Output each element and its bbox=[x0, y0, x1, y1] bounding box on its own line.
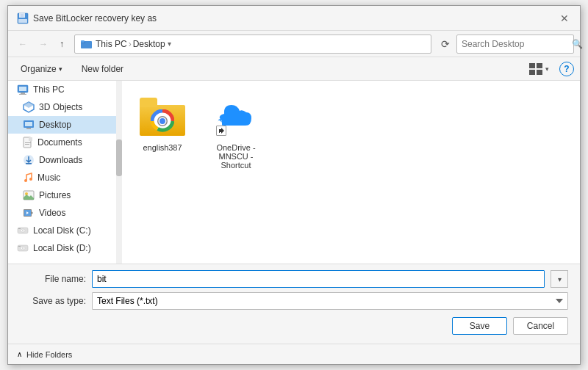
pictures-icon bbox=[23, 190, 35, 200]
breadcrumb-desktop[interactable]: Desktop bbox=[133, 39, 165, 49]
main-content: This PC 3D Objects bbox=[8, 81, 580, 264]
back-button[interactable]: ← bbox=[14, 36, 32, 52]
toolbar: Organize ▾ New folder ▾ ? bbox=[8, 57, 580, 81]
sidebar-label-3d-objects: 3D Objects bbox=[39, 102, 82, 112]
filename-label: File name: bbox=[20, 274, 86, 284]
desktop-icon bbox=[23, 120, 35, 130]
svg-rect-6 bbox=[81, 40, 85, 43]
file-icon-container bbox=[139, 93, 186, 140]
sidebar-item-3d-objects[interactable]: 3D Objects bbox=[8, 98, 122, 116]
svg-marker-31 bbox=[31, 211, 33, 215]
savetype-label: Save as type: bbox=[20, 296, 86, 306]
close-button[interactable]: ✕ bbox=[558, 12, 571, 25]
file-area: english387 bbox=[122, 81, 580, 264]
breadcrumb[interactable]: This PC › Desktop ▾ bbox=[74, 35, 431, 54]
title-bar-left: Save BitLocker recovery key as bbox=[17, 12, 157, 24]
svg-rect-21 bbox=[29, 137, 32, 141]
sidebar-item-desktop[interactable]: Desktop bbox=[8, 116, 122, 134]
search-bar: 🔍 bbox=[456, 35, 574, 54]
sidebar-item-local-c[interactable]: Local Disk (C:) bbox=[8, 222, 122, 239]
sidebar-item-videos[interactable]: Videos bbox=[8, 204, 122, 222]
search-icon: 🔍 bbox=[572, 39, 583, 49]
3d-icon bbox=[23, 101, 35, 113]
sidebar-item-pictures[interactable]: Pictures bbox=[8, 186, 122, 204]
sidebar-label-videos: Videos bbox=[39, 208, 65, 218]
chevron-icon: ∧ bbox=[17, 350, 22, 358]
shortcut-arrow-icon bbox=[218, 127, 225, 134]
svg-rect-12 bbox=[19, 87, 26, 91]
music-icon bbox=[23, 172, 33, 184]
onedrive-icon bbox=[213, 98, 259, 136]
documents-icon bbox=[23, 137, 33, 148]
downloads-icon bbox=[23, 154, 35, 166]
search-input[interactable] bbox=[462, 39, 572, 49]
svg-rect-25 bbox=[26, 163, 32, 164]
savetype-row: Save as type: Text Files (*.txt) bbox=[20, 292, 568, 310]
sidebar-item-documents[interactable]: Documents bbox=[8, 134, 122, 151]
filename-input[interactable] bbox=[92, 270, 545, 288]
disk-d-icon bbox=[17, 243, 29, 253]
sidebar-label-downloads: Downloads bbox=[39, 155, 82, 165]
new-folder-button[interactable]: New folder bbox=[75, 61, 130, 77]
svg-rect-10 bbox=[537, 70, 542, 75]
file-label: english387 bbox=[143, 143, 182, 152]
svg-marker-16 bbox=[24, 102, 34, 108]
svg-point-40 bbox=[22, 247, 24, 249]
list-item[interactable]: OneDrive - MNSCU - Shortcut bbox=[203, 88, 269, 175]
save-button[interactable]: Save bbox=[452, 317, 507, 335]
sidebar-item-local-d[interactable]: Local Disk (D:) bbox=[8, 239, 122, 257]
breadcrumb-folder-icon bbox=[81, 39, 93, 49]
sidebar-label-local-d: Local Disk (D:) bbox=[33, 243, 91, 253]
filename-dropdown[interactable]: ▾ bbox=[551, 270, 568, 288]
sidebar-label-pictures: Pictures bbox=[39, 190, 71, 200]
svg-point-27 bbox=[29, 178, 32, 181]
filename-row: File name: ▾ bbox=[20, 270, 568, 288]
nav-bar: ← → ↑ This PC › Desktop ▾ ⟳ 🔍 bbox=[8, 31, 580, 57]
pc-icon bbox=[17, 84, 29, 95]
hide-folders-label: Hide Folders bbox=[26, 350, 72, 359]
title-bar: Save BitLocker recovery key as ✕ bbox=[8, 6, 580, 31]
svg-rect-2 bbox=[21, 14, 24, 17]
breadcrumb-dropdown[interactable]: ▾ bbox=[165, 38, 173, 49]
sidebar-label-this-pc: This PC bbox=[33, 84, 65, 95]
organize-button[interactable]: Organize ▾ bbox=[14, 61, 69, 77]
list-item[interactable]: english387 bbox=[129, 88, 196, 175]
svg-point-45 bbox=[159, 118, 165, 124]
dialog-title: Save BitLocker recovery key as bbox=[33, 13, 157, 23]
footer-bar: ∧ Hide Folders bbox=[8, 344, 580, 364]
sidebar-label-local-c: Local Disk (C:) bbox=[33, 225, 91, 236]
forward-button[interactable]: → bbox=[35, 36, 52, 52]
videos-icon bbox=[23, 208, 35, 218]
chrome-icon bbox=[151, 109, 174, 133]
svg-rect-23 bbox=[25, 144, 29, 145]
refresh-button[interactable]: ⟳ bbox=[437, 37, 453, 51]
up-button[interactable]: ↑ bbox=[55, 36, 68, 52]
savetype-select[interactable]: Text Files (*.txt) bbox=[92, 292, 568, 310]
hide-folders-button[interactable]: Hide Folders bbox=[26, 350, 72, 359]
save-dialog: Save BitLocker recovery key as ✕ ← → ↑ T… bbox=[7, 5, 581, 365]
svg-rect-13 bbox=[21, 92, 25, 94]
svg-rect-3 bbox=[18, 19, 27, 23]
svg-point-26 bbox=[24, 179, 27, 182]
svg-rect-8 bbox=[537, 63, 542, 68]
dialog-icon bbox=[17, 12, 29, 24]
bottom-bar: File name: ▾ Save as type: Text Files (*… bbox=[8, 264, 580, 344]
svg-rect-7 bbox=[529, 63, 535, 68]
svg-point-36 bbox=[22, 230, 24, 231]
cancel-button[interactable]: Cancel bbox=[513, 317, 568, 335]
disk-c-icon bbox=[17, 225, 29, 236]
sidebar: This PC 3D Objects bbox=[8, 81, 122, 264]
chrome-folder-icon bbox=[140, 98, 185, 136]
sidebar-label-music: Music bbox=[37, 173, 60, 183]
scrollbar-track[interactable] bbox=[116, 81, 122, 264]
view-icon bbox=[529, 63, 544, 75]
breadcrumb-this-pc[interactable]: This PC bbox=[96, 39, 127, 49]
svg-rect-37 bbox=[18, 228, 21, 229]
sidebar-item-music[interactable]: Music bbox=[8, 169, 122, 186]
sidebar-item-downloads[interactable]: Downloads bbox=[8, 151, 122, 169]
sidebar-item-this-pc[interactable]: This PC bbox=[8, 81, 122, 98]
file-label: OneDrive - MNSCU - Shortcut bbox=[207, 143, 265, 170]
scrollbar-thumb[interactable] bbox=[116, 139, 122, 176]
view-toggle[interactable]: ▾ bbox=[525, 60, 553, 78]
help-button[interactable]: ? bbox=[559, 62, 574, 76]
